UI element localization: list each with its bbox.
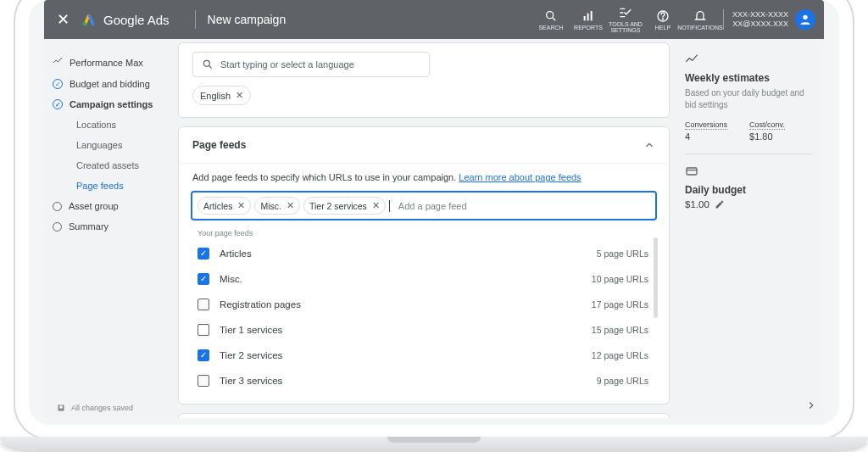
feed-row-misc[interactable]: Misc. 10 page URLs [191,266,657,292]
language-search-input[interactable]: Start typing or select a language [192,52,430,77]
cost-col: Cost/conv. $1.80 [749,119,785,142]
daily-budget-value: $1.00 [685,199,709,209]
feed-row-tier3[interactable]: Tier 3 services 9 page URLs [191,368,657,393]
close-icon[interactable]: ✕ [44,10,81,29]
feed-row-tier1[interactable]: Tier 1 services 15 page URLs [191,317,657,343]
trend-icon [685,53,812,69]
language-search-placeholder: Start typing or select a language [220,59,354,70]
feed-row-tier2[interactable]: Tier 2 services 12 page URLs [191,343,657,368]
page-feed-dropdown: Your page feeds Articles 5 page URLs Mis… [191,224,657,393]
notifications-icon[interactable]: NOTIFICATIONS [682,9,718,31]
checkbox-icon[interactable] [198,349,209,361]
svg-line-12 [209,66,212,69]
notifications-label: NOTIFICATIONS [677,25,723,31]
scrollbar[interactable] [654,237,658,392]
language-chip-english[interactable]: English ✕ [192,86,251,105]
autosave-status: All changes saved [53,396,168,418]
svg-marker-1 [88,14,95,26]
weekly-estimates-title: Weekly estimates [685,72,812,84]
chevron-up-icon [643,139,655,151]
google-ads-logo-icon [81,12,97,27]
app-screen: ✕ Google Ads New campaign SEARCH REPORTS [44,0,824,418]
autosave-label: All changes saved [71,404,133,412]
more-settings-button[interactable]: More settings [178,413,670,418]
nav-locations[interactable]: Locations [71,114,168,135]
page-feeds-header[interactable]: Page feeds [179,127,669,164]
feed-row-count: 12 page URLs [592,350,648,360]
remove-chip-icon[interactable]: ✕ [372,200,380,211]
nav-page-feeds[interactable]: Page feeds [71,176,168,196]
chip-label: Articles [203,201,232,211]
edit-icon[interactable] [715,199,725,209]
page-feeds-desc-text: Add page feeds to specify which URLs to … [192,172,456,182]
nav-summary[interactable]: Summary [53,216,168,237]
feed-row-count: 10 page URLs [592,274,648,284]
nav-budget-bidding[interactable]: Budget and bidding [53,74,168,94]
chevron-right-icon[interactable] [805,399,817,413]
right-panel: Weekly estimates Based on your daily bud… [676,39,824,418]
feed-row-label: Registration pages [220,299,301,310]
checkbox-icon[interactable] [198,375,209,387]
chip-label: Tier 2 services [309,201,367,211]
help-icon[interactable]: HELP [645,9,681,31]
nav-budget-bidding-label: Budget and bidding [70,79,150,89]
divider [685,153,812,154]
chip-label: Misc. [260,201,281,211]
laptop-base [0,437,868,450]
page-feed-input[interactable]: Articles✕ Misc.✕ Tier 2 services✕ Add a … [191,191,657,220]
nav-performance-max[interactable]: Performance Max [53,51,168,74]
tools-icon[interactable]: TOOLS AND SETTINGS [608,6,643,33]
scrollbar-thumb[interactable] [654,237,658,318]
checkbox-icon[interactable] [198,248,209,259]
remove-chip-icon[interactable]: ✕ [287,200,294,211]
nav-asset-group-label: Asset group [69,201,119,211]
avatar[interactable] [795,9,815,30]
search-icon[interactable]: SEARCH [533,9,569,31]
cost-label: Cost/conv. [749,120,785,130]
divider [195,10,196,29]
feed-chip-tier2[interactable]: Tier 2 services✕ [303,197,386,215]
checkbox-icon[interactable] [198,273,209,285]
nav-summary-label: Summary [69,221,108,232]
conversions-col: Conversions 4 [685,119,727,142]
account-id: XXX-XXX-XXXX [732,10,788,20]
nav-performance-max-label: Performance Max [70,58,143,68]
svg-point-3 [547,11,554,18]
account-switcher[interactable]: XXX-XXX-XXXX XX@XXXX.XXX [723,9,821,30]
svg-rect-13 [687,168,697,175]
left-nav: Performance Max Budget and bidding Campa… [44,39,171,418]
language-chip-label: English [200,91,231,101]
nav-campaign-settings[interactable]: Campaign settings [53,94,168,114]
page-feeds-description: Add page feeds to specify which URLs to … [179,164,669,182]
nav-asset-group[interactable]: Asset group [53,196,168,216]
account-email: XX@XXXX.XXX [732,20,788,29]
learn-more-link[interactable]: Learn more about page feeds [459,172,581,182]
nav-created-assets[interactable]: Created assets [71,155,168,176]
svg-rect-7 [591,11,593,20]
languages-card: Start typing or select a language Englis… [178,42,670,118]
svg-point-10 [803,15,807,20]
feed-row-articles[interactable]: Articles 5 page URLs [191,241,657,266]
remove-chip-icon[interactable]: ✕ [236,90,243,101]
feed-row-registration[interactable]: Registration pages 17 page URLs [191,292,657,317]
page-title: New campaign [208,13,287,26]
feed-row-count: 9 page URLs [597,376,648,386]
feed-row-label: Tier 2 services [220,350,282,360]
account-text: XXX-XXX-XXXX XX@XXXX.XXX [732,10,788,29]
nav-campaign-settings-label: Campaign settings [70,99,153,109]
search-label: SEARCH [538,25,563,31]
dropdown-group-label: Your page feeds [191,224,657,241]
feed-chip-articles[interactable]: Articles✕ [198,197,251,215]
estimates-row: Conversions 4 Cost/conv. $1.80 [685,119,812,142]
nav-languages[interactable]: Languages [71,135,168,155]
feed-row-count: 17 page URLs [592,299,648,310]
body: Performance Max Budget and bidding Campa… [44,39,824,418]
checkbox-icon[interactable] [198,299,209,310]
checkbox-icon[interactable] [198,324,209,336]
reports-icon[interactable]: REPORTS [570,9,606,31]
svg-point-9 [662,18,663,19]
feed-chip-misc[interactable]: Misc.✕ [254,197,300,215]
text-cursor [389,200,390,212]
svg-point-11 [203,60,209,66]
remove-chip-icon[interactable]: ✕ [237,200,245,211]
